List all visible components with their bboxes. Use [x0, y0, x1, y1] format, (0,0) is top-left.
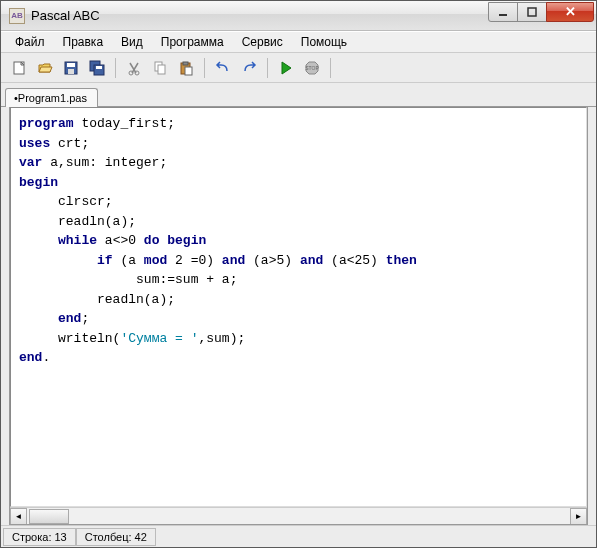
toolbar-separator: [267, 58, 268, 78]
code-line: while a<>0 do begin: [19, 231, 578, 251]
redo-button[interactable]: [237, 56, 261, 80]
code-line: readln(a);: [19, 290, 578, 310]
undo-button[interactable]: [211, 56, 235, 80]
svg-rect-12: [158, 65, 165, 74]
code-editor[interactable]: program today_first;uses crt;var a,sum: …: [10, 107, 587, 507]
minimize-button[interactable]: [488, 2, 518, 22]
horizontal-scrollbar[interactable]: ◄ ►: [10, 507, 587, 524]
open-file-button[interactable]: [33, 56, 57, 80]
toolbar-separator: [115, 58, 116, 78]
copy-icon: [152, 60, 168, 76]
save-all-icon: [89, 60, 105, 76]
svg-rect-8: [96, 66, 102, 69]
status-line: Строка: 13: [3, 528, 76, 546]
run-button[interactable]: [274, 56, 298, 80]
scissors-icon: [126, 60, 142, 76]
maximize-icon: [527, 7, 537, 17]
play-icon: [278, 60, 294, 76]
new-file-button[interactable]: [7, 56, 31, 80]
menu-help[interactable]: Помощь: [293, 33, 355, 51]
code-line: var a,sum: integer;: [19, 153, 578, 173]
editor-container: program today_first;uses crt;var a,sum: …: [9, 107, 588, 525]
menubar: Файл Правка Вид Программа Сервис Помощь: [1, 31, 596, 53]
undo-icon: [215, 60, 231, 76]
redo-icon: [241, 60, 257, 76]
code-line: if (a mod 2 =0) and (a>5) and (a<25) the…: [19, 251, 578, 271]
window-controls: ✕: [489, 2, 594, 22]
scroll-left-button[interactable]: ◄: [10, 508, 27, 525]
scroll-right-button[interactable]: ►: [570, 508, 587, 525]
close-button[interactable]: ✕: [546, 2, 594, 22]
maximize-button[interactable]: [517, 2, 547, 22]
menu-edit[interactable]: Правка: [55, 33, 112, 51]
save-button[interactable]: [59, 56, 83, 80]
code-line: program today_first;: [19, 114, 578, 134]
app-icon: AB: [9, 8, 25, 24]
paste-icon: [178, 60, 194, 76]
svg-rect-1: [528, 8, 536, 16]
menu-view[interactable]: Вид: [113, 33, 151, 51]
svg-rect-5: [68, 69, 74, 74]
code-line: uses crt;: [19, 134, 578, 154]
code-line: writeln('Сумма = ',sum);: [19, 329, 578, 349]
toolbar-separator: [330, 58, 331, 78]
titlebar[interactable]: AB Pascal ABC ✕: [1, 1, 596, 31]
tab-program1[interactable]: •Program1.pas: [5, 88, 98, 107]
cut-button[interactable]: [122, 56, 146, 80]
open-folder-icon: [37, 60, 53, 76]
svg-text:STOP: STOP: [305, 65, 319, 71]
svg-rect-15: [185, 67, 192, 75]
tab-bar: •Program1.pas: [1, 83, 596, 107]
app-window: AB Pascal ABC ✕ Файл Правка Вид Программ…: [0, 0, 597, 548]
svg-rect-14: [183, 62, 188, 65]
code-line: begin: [19, 173, 578, 193]
code-line: sum:=sum + a;: [19, 270, 578, 290]
scroll-thumb[interactable]: [29, 509, 69, 524]
menu-file[interactable]: Файл: [7, 33, 53, 51]
code-line: end.: [19, 348, 578, 368]
save-icon: [63, 60, 79, 76]
stop-button[interactable]: STOP: [300, 56, 324, 80]
stop-icon: STOP: [304, 60, 320, 76]
code-line: end;: [19, 309, 578, 329]
status-column: Столбец: 42: [76, 528, 156, 546]
paste-button[interactable]: [174, 56, 198, 80]
menu-program[interactable]: Программа: [153, 33, 232, 51]
code-line: clrscr;: [19, 192, 578, 212]
save-all-button[interactable]: [85, 56, 109, 80]
window-title: Pascal ABC: [31, 8, 489, 23]
statusbar: Строка: 13 Столбец: 42: [1, 525, 596, 547]
new-file-icon: [11, 60, 27, 76]
minimize-icon: [498, 7, 508, 17]
svg-rect-0: [499, 14, 507, 16]
menu-service[interactable]: Сервис: [234, 33, 291, 51]
copy-button[interactable]: [148, 56, 172, 80]
close-icon: ✕: [565, 4, 576, 19]
toolbar: STOP: [1, 53, 596, 83]
svg-rect-4: [67, 63, 75, 67]
toolbar-separator: [204, 58, 205, 78]
code-line: readln(a);: [19, 212, 578, 232]
